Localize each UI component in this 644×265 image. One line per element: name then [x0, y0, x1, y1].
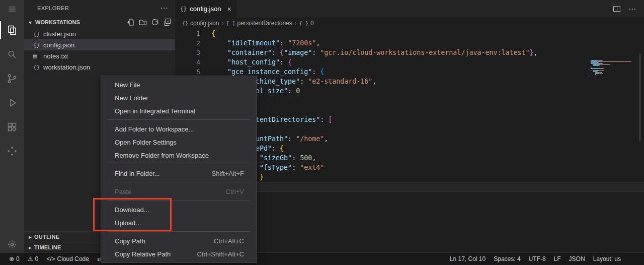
chevron-down-icon	[26, 20, 34, 25]
status-item-layout-us[interactable]: Layout: us	[589, 253, 625, 265]
ide-window: EXPLORER WORKSTATIONS {}	[0, 0, 644, 265]
status-item-lf[interactable]: LF	[550, 253, 565, 265]
code-line-3[interactable]: 3 "container": {"image": "gcr.io/cloud-w…	[175, 48, 644, 57]
file-item-cluster-json[interactable]: {}cluster.json	[24, 28, 175, 39]
tab-bar: {} config.json	[175, 0, 644, 18]
status-item-error[interactable]: ⊗0	[5, 253, 24, 265]
menu-item-copy-path[interactable]: Copy PathCtrl+Alt+C	[101, 234, 256, 247]
chevron-right-icon	[26, 245, 34, 250]
menu-item-shortcut: Shift+Alt+F	[212, 170, 244, 177]
status-item-warning[interactable]: ⚠0	[24, 253, 42, 265]
json-symbol-icon: {}	[182, 21, 188, 26]
editor-scrollbar[interactable]	[639, 54, 640, 141]
new-file-icon[interactable]	[127, 18, 135, 26]
menu-item-copy-relative-path[interactable]: Copy Relative PathCtrl+Shift+Alt+C	[101, 247, 256, 260]
menu-item-label: New Folder	[115, 94, 234, 102]
status-bar: ⊗0⚠0</>Cloud Code⇄ Ln 17, Col 10Spaces: …	[0, 252, 644, 265]
menu-item-download[interactable]: Download...	[101, 203, 256, 216]
editor-more-actions-icon[interactable]	[628, 5, 636, 14]
array-symbol-icon: [ ]	[226, 21, 235, 26]
run-debug-icon[interactable]	[0, 91, 24, 115]
file-item-notes-txt[interactable]: ▤notes.txt	[24, 50, 175, 61]
file-item-workstation-json[interactable]: {}workstation.json	[24, 61, 175, 73]
workspace-section-header[interactable]: WORKSTATIONS	[24, 16, 175, 28]
file-name: workstation.json	[43, 63, 90, 71]
menu-item-label: Download...	[115, 206, 234, 214]
warning-icon: ⚠	[28, 255, 33, 262]
menu-item-open-folder-settings[interactable]: Open Folder Settings	[101, 136, 256, 149]
menu-item-label: Paste	[115, 188, 216, 195]
explorer-more-actions-icon[interactable]	[160, 4, 168, 13]
status-item-cloud-code[interactable]: </>Cloud Code	[42, 253, 93, 265]
collapse-folders-icon[interactable]	[163, 18, 171, 26]
workspace-section-label: WORKSTATIONS	[35, 19, 127, 25]
menu-item-label: New File	[115, 81, 234, 89]
cloud-code-icon: </>	[46, 255, 55, 262]
line-number: 1	[175, 29, 200, 38]
breadcrumb-item-0[interactable]: { }0	[299, 20, 314, 27]
object-symbol-icon: { }	[299, 21, 308, 26]
code-line-4[interactable]: 4 "host_config": {	[175, 57, 644, 67]
breadcrumb-label: persistentDirectories	[237, 20, 292, 27]
status-item-utf-8[interactable]: UTF-8	[525, 253, 550, 265]
status-item-ln-17-col-10[interactable]: Ln 17, Col 10	[446, 253, 490, 265]
cloud-code-icon[interactable]	[0, 139, 24, 163]
menu-item-add-folder-to-workspace[interactable]: Add Folder to Workspace...	[101, 122, 256, 136]
code-text: "idleTimeout": "7200s",	[211, 38, 320, 48]
breadcrumb-separator-icon	[295, 20, 297, 27]
menu-item-label: Find in Folder...	[115, 170, 202, 177]
menu-separator	[107, 231, 250, 232]
menu-item-new-folder[interactable]: New Folder	[101, 91, 256, 104]
new-folder-icon[interactable]	[139, 18, 147, 26]
split-editor-icon[interactable]	[613, 6, 620, 12]
breadcrumb-label: config.json	[190, 20, 219, 27]
menu-item-label: Open in Integrated Terminal	[115, 107, 234, 115]
explorer-icon[interactable]	[0, 18, 24, 42]
menu-item-new-file[interactable]: New File	[101, 78, 256, 91]
menu-item-open-in-integrated-terminal[interactable]: Open in Integrated Terminal	[101, 104, 256, 117]
refresh-icon[interactable]	[151, 18, 159, 26]
menu-item-shortcut: Ctrl+V	[226, 188, 244, 195]
chevron-right-icon	[26, 234, 34, 240]
breadcrumb-item-persistentdirectories[interactable]: [ ]persistentDirectories	[226, 20, 292, 27]
file-item-config-json[interactable]: {}config.json	[24, 39, 175, 50]
menu-item-find-in-folder[interactable]: Find in Folder...Shift+Alt+F	[101, 167, 256, 180]
status-item-spaces-4[interactable]: Spaces: 4	[490, 253, 524, 265]
status-item-text: 0	[16, 255, 20, 262]
code-text: "host_config": {	[211, 57, 292, 67]
application-menu-icon[interactable]	[0, 0, 24, 18]
breadcrumb: {}config.json[ ]persistentDirectories{ }…	[175, 18, 644, 29]
panel-label: TIMELINE	[34, 244, 61, 250]
menu-separator	[107, 164, 250, 164]
extensions-icon[interactable]	[0, 115, 24, 139]
menu-separator	[107, 119, 250, 120]
tab-label: config.json	[190, 5, 221, 13]
menu-item-upload[interactable]: Upload...	[101, 216, 256, 229]
explorer-title: EXPLORER	[37, 5, 69, 11]
menu-item-label: Copy Relative Path	[115, 250, 187, 258]
tab-config-json[interactable]: {} config.json	[175, 0, 236, 18]
minimap[interactable]	[589, 59, 637, 78]
json-file-icon: {}	[33, 64, 43, 71]
status-item-json[interactable]: JSON	[565, 253, 589, 265]
code-line-2[interactable]: 2 "idleTimeout": "7200s",	[175, 38, 644, 48]
breadcrumb-separator-icon	[221, 20, 223, 27]
status-item-text: Spaces: 4	[494, 255, 520, 262]
json-file-icon: {}	[33, 31, 43, 37]
status-item-text: 0	[35, 255, 39, 262]
json-file-icon: {}	[33, 42, 43, 48]
close-icon[interactable]	[227, 5, 231, 13]
source-control-icon[interactable]	[0, 67, 24, 91]
text-file-icon: ▤	[33, 53, 43, 59]
line-number: 2	[175, 38, 200, 48]
code-text: {	[211, 29, 215, 38]
code-line-1[interactable]: 1{	[175, 29, 644, 38]
breadcrumb-item-config-json[interactable]: {}config.json	[182, 20, 219, 27]
menu-item-label: Open Folder Settings	[115, 139, 234, 146]
search-icon[interactable]	[0, 42, 24, 67]
settings-gear-icon[interactable]	[7, 239, 17, 249]
menu-item-label: Upload...	[115, 219, 234, 227]
menu-item-label: Add Folder to Workspace...	[115, 125, 234, 133]
line-number: 4	[175, 57, 200, 67]
menu-item-remove-folder-from-workspace[interactable]: Remove Folder from Workspace	[101, 149, 256, 162]
